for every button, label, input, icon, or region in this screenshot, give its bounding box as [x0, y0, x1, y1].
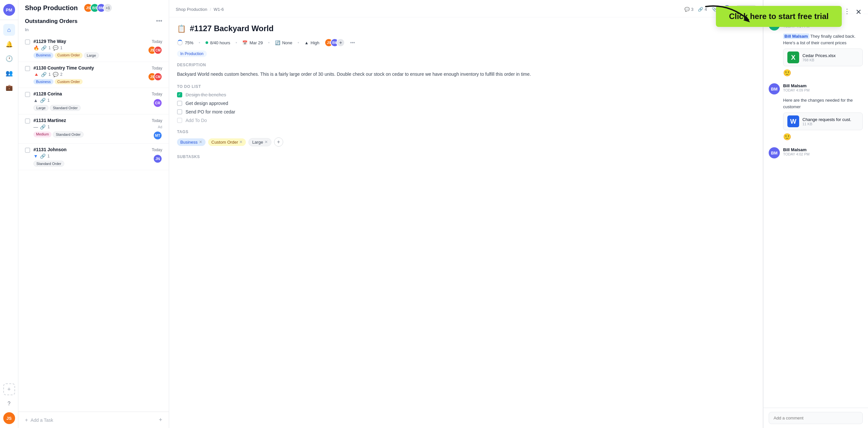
- progress-value: 75%: [185, 40, 193, 45]
- current-user-avatar[interactable]: JS: [3, 412, 15, 424]
- assignees-property[interactable]: JS BM +: [324, 38, 345, 47]
- task-assignee-avatar: MT: [153, 131, 162, 140]
- bell-icon[interactable]: 🔔: [3, 38, 15, 50]
- list-menu-button[interactable]: •••: [156, 18, 162, 25]
- more-options-overlay-button[interactable]: ⋮: [844, 7, 850, 15]
- add-todo-label[interactable]: Add To Do: [186, 118, 207, 123]
- add-task-row[interactable]: + Add a Task +: [18, 411, 169, 428]
- tag-remove-business[interactable]: ✕: [199, 140, 202, 144]
- attachment-2[interactable]: W Change requests for cust. 11 KB: [783, 113, 863, 130]
- comment-input[interactable]: [769, 412, 863, 424]
- attachment-name-1: Cedar Prices.xlsx: [802, 53, 836, 58]
- progress-property[interactable]: 75%: [177, 40, 193, 45]
- word-icon: W: [787, 116, 799, 127]
- task-item[interactable]: #1131 Martinez — 🔗 1 Medium Standard Ord…: [18, 115, 169, 144]
- hours-property[interactable]: 8/40 hours: [206, 40, 230, 45]
- add-todo-row: Add To Do: [177, 118, 755, 123]
- prop-divider: •: [298, 40, 299, 45]
- task-date: Today: [152, 39, 162, 44]
- todo-checkbox-3[interactable]: [177, 109, 182, 115]
- tag-pill-business: Business ✕: [177, 139, 206, 146]
- task-title[interactable]: #1127 Backyard World: [190, 24, 274, 33]
- tag-remove-large[interactable]: ✕: [265, 140, 268, 144]
- project-header: Shop Production JS BS BM +1: [18, 0, 169, 15]
- task-tags: Business Custom Order: [33, 79, 145, 84]
- task-date: Today: [152, 148, 162, 152]
- attachment-info-2: Change requests for cust. 11 KB: [802, 117, 851, 126]
- recurrence-property[interactable]: 🔄 None: [275, 40, 292, 45]
- header-comments-action[interactable]: 💬 3: [684, 7, 693, 12]
- comment-meta-3: Bill Malsam TODAY 4:02 PM: [783, 147, 863, 156]
- task-avatar-stack: JS CM: [148, 72, 162, 81]
- tag-large: Large: [84, 53, 99, 58]
- priority-icon: ▲: [33, 98, 38, 103]
- task-tags: Medium Standard Order: [33, 131, 149, 137]
- project-title: Shop Production: [25, 4, 78, 12]
- task-meta: ▲ 🔗 1: [33, 98, 149, 103]
- todo-checkbox-2[interactable]: [177, 101, 182, 106]
- status-badge[interactable]: In Production: [177, 51, 207, 57]
- mention-tag: Bill Malsam: [783, 33, 809, 39]
- comment-item-1: BS Brenna Schwartz TODAY 4:14 PM Bill Ma…: [769, 19, 863, 77]
- cta-trial-button[interactable]: Click here to start free trial: [716, 6, 842, 27]
- task-checkbox[interactable]: [25, 39, 30, 44]
- add-workspace-button[interactable]: +: [3, 384, 15, 395]
- task-item[interactable]: #1128 Corina ▲ 🔗 1 Large Standard Order …: [18, 88, 169, 115]
- header-links-action[interactable]: 🔗 4: [698, 7, 707, 12]
- tag-business: Business: [33, 53, 54, 58]
- todo-checkbox-new: [177, 118, 182, 123]
- todo-checkbox-1[interactable]: [177, 92, 182, 97]
- home-icon[interactable]: ⌂: [3, 24, 15, 36]
- date-property[interactable]: 📅 Mar 29: [242, 40, 262, 45]
- emoji-react-button-2[interactable]: 🙂: [783, 133, 863, 141]
- tag-standard-order: Standard Order: [33, 161, 64, 166]
- task-checkbox[interactable]: [25, 92, 30, 97]
- priority-icon: 🔺: [33, 72, 39, 77]
- recurrence-icon: 🔄: [275, 40, 280, 45]
- breadcrumb-id[interactable]: W1-6: [214, 7, 224, 12]
- task-item[interactable]: #1130 Country Time County 🔺 🔗 1 💬 2 Busi…: [18, 62, 169, 88]
- task-date: Today: [152, 118, 162, 123]
- briefcase-icon[interactable]: 💼: [3, 82, 15, 93]
- task-tags: Business Custom Order Large: [33, 53, 145, 58]
- tag-standard-order: Standard Order: [50, 105, 81, 111]
- clock-icon[interactable]: 🕐: [3, 53, 15, 65]
- task-item[interactable]: #1129 The Way 🔥 🔗 1 💬 1 Business Custom …: [18, 35, 169, 62]
- task-content: #1131 Johnson ▼ 🔗 1 Standard Order: [33, 147, 149, 166]
- status-row: In Production: [177, 51, 755, 56]
- priority-property[interactable]: ▲ High: [305, 40, 319, 45]
- emoji-react-button-1[interactable]: 🙂: [783, 69, 863, 77]
- tag-label-business: Business: [180, 140, 198, 145]
- task-checkbox[interactable]: [25, 148, 30, 153]
- tag-pill-custom-order: Custom Order ✕: [208, 139, 246, 146]
- more-options-button[interactable]: •••: [350, 40, 355, 45]
- add-tag-button[interactable]: +: [274, 137, 283, 147]
- close-overlay-button[interactable]: ✕: [854, 6, 863, 18]
- tag-custom-order: Custom Order: [55, 79, 83, 84]
- hours-dot: [206, 41, 208, 44]
- breadcrumb-project[interactable]: Shop Production: [176, 7, 207, 12]
- user-avatar[interactable]: PM: [3, 4, 15, 16]
- comment-count: 2: [60, 72, 63, 77]
- attachment-1[interactable]: X Cedar Prices.xlsx 768 KB: [783, 49, 863, 66]
- todo-item-1: Design the benches: [177, 92, 755, 97]
- help-icon[interactable]: ?: [3, 398, 15, 410]
- header-link-count: 4: [705, 7, 707, 12]
- comment-item-3: BM Bill Malsam TODAY 4:02 PM: [769, 147, 863, 158]
- link-icon: 🔗: [40, 153, 45, 159]
- header-comment-count: 3: [691, 7, 693, 12]
- tag-custom-order: Custom Order: [55, 53, 83, 58]
- link-icon: 🔗: [41, 72, 46, 77]
- add-task-plus-button[interactable]: +: [159, 417, 162, 423]
- task-item[interactable]: #1131 Johnson ▼ 🔗 1 Standard Order Today…: [18, 144, 169, 170]
- tag-remove-custom[interactable]: ✕: [239, 140, 243, 144]
- task-avatar-stack: JS CM: [148, 46, 162, 55]
- task-checkbox[interactable]: [25, 118, 30, 124]
- add-assignee-button[interactable]: +: [336, 38, 345, 47]
- comment-icon: 💬: [684, 7, 690, 12]
- users-icon[interactable]: 👥: [3, 67, 15, 79]
- todo-text-3: Send PO for more cedar: [186, 109, 235, 115]
- todo-text-2: Get design approved: [186, 101, 228, 106]
- task-meta: 🔺 🔗 1 💬 2: [33, 72, 145, 77]
- task-checkbox[interactable]: [25, 66, 30, 71]
